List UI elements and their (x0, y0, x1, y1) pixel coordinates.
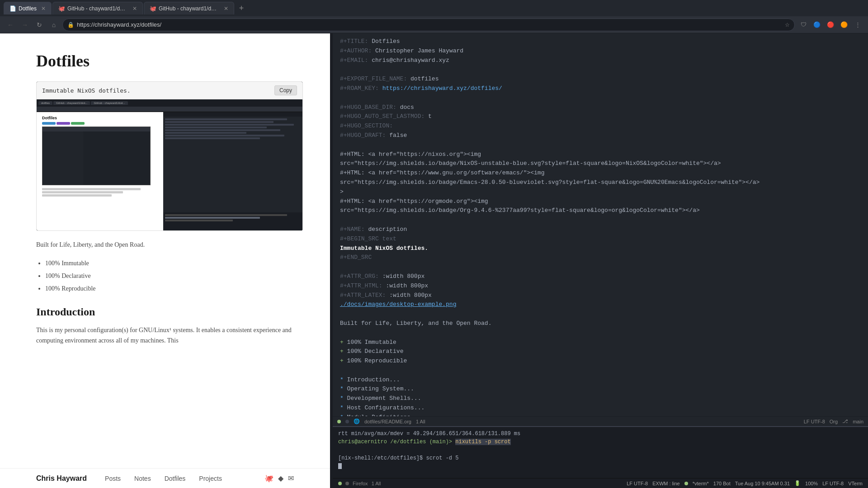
editor-line-13: #+HTML: <a href="https://nixos.org"><img (340, 150, 861, 160)
editor-line-6: #+ROAM_KEY: https://chrishayward.xyz/dot… (340, 84, 861, 94)
mini-tabbar: dotfiles GitHub - chayward1/doit... GitH… (37, 99, 302, 107)
term-line-blank (338, 446, 863, 454)
editor-line-25 (340, 263, 861, 272)
tab-2-close[interactable]: ✕ (132, 5, 137, 12)
terminal-content[interactable]: rtt min/avg/max/mdev = 49.294/186.651/36… (333, 427, 868, 478)
term-cursor-line (338, 462, 863, 470)
mini-term-line-1 (165, 214, 287, 216)
editor-line-18: #+HTML: <a href="https://orgmode.org"><i… (340, 197, 861, 206)
tab-3[interactable]: 🐙 GitHub - chayward1/dotfi... ✕ (144, 2, 234, 14)
extension-btn-3[interactable]: 🔴 (825, 19, 836, 31)
sys-left: Firefox 1 All (338, 481, 381, 486)
tab-2[interactable]: 🐙 GitHub - chayward1/dotfi... ✕ (52, 2, 143, 14)
mini-tab-3: GitHub - chayward1/doit... (91, 101, 127, 105)
editor-line-39: * Development Shells... (340, 394, 861, 404)
editor-line-35: + 100% Reproducible (340, 357, 861, 366)
intro-text: This is my personal configuration(s) for… (36, 325, 303, 346)
browser-chrome: 📄 Dotfiles ✕ 🐙 GitHub - chayward1/dotfi.… (0, 0, 868, 33)
terminal-cursor (338, 463, 342, 469)
editor-line-19: src="https://img.shields.io/badge/Org-9.… (340, 206, 861, 216)
editor-line-36 (340, 366, 861, 375)
mini-line-1 (42, 188, 141, 190)
nav-link-dotfiles[interactable]: Dotfiles (165, 475, 186, 482)
tab-3-title: GitHub - chayward1/dotfi... (159, 5, 219, 12)
mini-badge-2 (57, 122, 70, 125)
nav-bar: ← → ↻ ⌂ 🔒 https://chrishayward.xyz/dotfi… (0, 16, 868, 33)
mini-badge-1 (42, 122, 56, 125)
terminal-area: rtt min/avg/max/mdev = 49.294/186.651/36… (333, 426, 868, 478)
editor-line-12 (340, 141, 861, 150)
nav-link-projects[interactable]: Projects (199, 475, 222, 482)
editor-line-22: #+BEGIN_SRC text (340, 235, 861, 244)
editor-line-27: #+ATTR_HTML: :width 800px (340, 282, 861, 291)
tab-1-close[interactable]: ✕ (41, 5, 46, 12)
editor-line-30 (340, 310, 861, 319)
tab-1-title: Dotfiles (19, 5, 37, 12)
editor-lines-info: 1 All (416, 419, 425, 424)
address-bar[interactable]: 🔒 https://chrishayward.xyz/dotfiles/ ☆ (62, 19, 795, 31)
editor-line-15: #+HTML: <a href="https://www.gnu.org/sof… (340, 169, 861, 178)
editor-file-name: dotfiles/README.org (364, 419, 411, 424)
sys-dot-2 (345, 482, 349, 485)
term-line-1: rtt min/avg/max/mdev = 49.294/186.651/36… (338, 430, 863, 438)
mini-s2-right (83, 131, 150, 185)
copy-button[interactable]: Copy (274, 85, 297, 95)
mini-screenshot2 (42, 127, 151, 185)
email-icon[interactable]: ✉ (288, 474, 294, 483)
mini-code-line-4 (165, 127, 267, 128)
sys-vterm-lines: 170 Bot (713, 481, 731, 486)
nav-link-posts[interactable]: Posts (105, 475, 121, 482)
editor-area: #+TITLE: Dotfiles#+AUTHOR: Christopher J… (333, 33, 868, 488)
editor-line-1: #+TITLE: Dotfiles (340, 37, 861, 47)
home-button[interactable]: ⌂ (48, 19, 60, 31)
mini-tab-1: dotfiles (38, 101, 52, 105)
sys-spaces: 1 All (372, 481, 381, 486)
editor-line-41: * Module Definitions... (340, 413, 861, 416)
mini-badge-3 (71, 122, 85, 125)
nav-link-notes[interactable]: Notes (134, 475, 151, 482)
tab-3-favicon: 🐙 (150, 5, 156, 12)
mini-code-line-6 (165, 132, 246, 134)
tab-bar: 📄 Dotfiles ✕ 🐙 GitHub - chayward1/dotfi.… (0, 0, 868, 16)
editor-line-21: #+NAME: description (340, 225, 861, 235)
back-button[interactable]: ← (5, 19, 16, 31)
mini-term-line-2 (165, 217, 260, 219)
screenshot-image: dotfiles GitHub - chayward1/doit... GitH… (37, 99, 302, 230)
mini-badges (42, 122, 158, 125)
sys-right: LF UTF-8 EXWM : line *vterm* 170 Bot Tue… (627, 480, 863, 486)
mini-browser-mockup: dotfiles GitHub - chayward1/doit... GitH… (37, 99, 302, 230)
intro-heading: Introduction (36, 306, 303, 318)
editor-line-16: src="https://img.shields.io/badge/Emacs-… (340, 178, 861, 188)
editor-encoding: LF UTF-8 (804, 419, 825, 424)
sys-encoding: LF UTF-8 (627, 481, 648, 486)
menu-button[interactable]: ⋮ (852, 19, 863, 31)
editor-line-28: #+ATTR_LATEX: :width 800px (340, 291, 861, 300)
editor-line-31: Built for Life, Liberty, and the Open Ro… (340, 319, 861, 328)
editor-line-17: > (340, 188, 861, 197)
mini-s2-left (42, 131, 83, 185)
extension-btn-4[interactable]: 🟠 (838, 19, 850, 31)
list-item-1: 100% Immutable (45, 257, 303, 270)
mini-term-line-3 (165, 220, 233, 221)
mini-browser-right (163, 112, 302, 230)
tab-1[interactable]: 📄 Dotfiles ✕ (4, 2, 52, 14)
tab-3-close[interactable]: ✕ (224, 5, 228, 12)
site-content: Dotfiles Immutable NixOS dotfiles. Copy … (0, 33, 330, 488)
sys-vterm-label: *vterm* (693, 481, 709, 486)
editor-line-37: * Introduction... (340, 375, 861, 385)
editor-status-dot-1 (337, 420, 341, 423)
extension-btn-2[interactable]: 🔵 (811, 19, 823, 31)
mini-code-line-2 (165, 121, 274, 123)
forward-button[interactable]: → (19, 19, 31, 31)
editor-branch: main (853, 419, 863, 424)
github-icon[interactable]: 🐙 (264, 474, 274, 483)
extension-btn-1[interactable]: 🛡 (797, 19, 809, 31)
screenshot-header: Immutable NixOS dotfiles. Copy (37, 82, 302, 99)
social-icon-2[interactable]: ◆ (278, 474, 283, 483)
tab-2-favicon: 🐙 (58, 5, 65, 12)
new-tab-button[interactable]: + (235, 2, 248, 14)
reload-button[interactable]: ↻ (33, 19, 45, 31)
editor-line-32 (340, 328, 861, 338)
main-area: Dotfiles Immutable NixOS dotfiles. Copy … (0, 33, 868, 488)
editor-content[interactable]: #+TITLE: Dotfiles#+AUTHOR: Christopher J… (333, 33, 868, 416)
